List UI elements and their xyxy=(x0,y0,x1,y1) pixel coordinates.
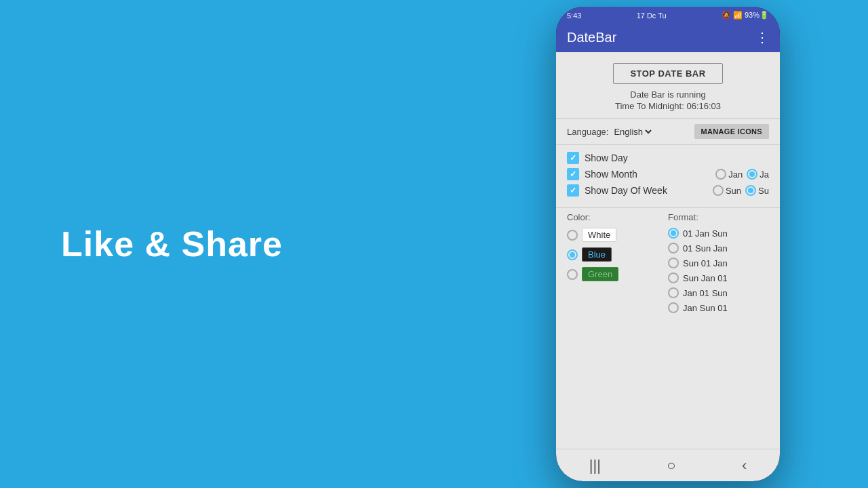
language-select[interactable]: English xyxy=(611,126,654,138)
stop-date-bar-button[interactable]: STOP DATE BAR xyxy=(613,63,722,84)
show-dow-checkbox[interactable] xyxy=(567,184,579,197)
midnight-countdown-text: Time To Midnight: 06:16:03 xyxy=(615,101,721,111)
show-day-label: Show Day xyxy=(585,152,628,163)
options-section: Show Day Show Month Jan Ja xyxy=(556,145,780,207)
show-day-checkbox[interactable] xyxy=(567,152,579,164)
dow-sun-radio[interactable] xyxy=(713,185,724,196)
more-options-icon[interactable]: ⋮ xyxy=(755,29,769,45)
month-format-options: Jan Ja xyxy=(715,169,769,180)
dow-su-option[interactable]: Su xyxy=(745,185,769,196)
format-f5-label: Jan 01 Sun xyxy=(683,288,728,298)
dow-su-label: Su xyxy=(758,186,769,196)
green-color-option[interactable]: Green xyxy=(567,267,668,281)
format-f3-radio[interactable] xyxy=(668,258,679,268)
status-time: 5:43 xyxy=(567,12,581,20)
month-jan-label: Jan xyxy=(728,169,743,180)
status-bar: 5:43 17 Dc Tu 🔕 📶 93%🔋 xyxy=(556,7,780,22)
format-f6-radio[interactable] xyxy=(668,302,679,313)
blue-radio[interactable] xyxy=(567,249,578,260)
app-bar: DateBar ⋮ xyxy=(556,22,780,52)
green-badge: Green xyxy=(582,267,618,281)
content-area: STOP DATE BAR Date Bar is running Time T… xyxy=(556,52,780,449)
white-radio[interactable] xyxy=(567,230,578,241)
stop-section: STOP DATE BAR Date Bar is running Time T… xyxy=(556,52,780,118)
format-f4-radio[interactable] xyxy=(668,272,679,283)
format-f4-label: Sun Jan 01 xyxy=(683,273,728,283)
dow-su-radio[interactable] xyxy=(745,185,756,196)
like-share-text: Like & Share xyxy=(61,224,283,264)
month-jan-radio[interactable] xyxy=(715,169,726,180)
format-sun-jan-01[interactable]: Sun Jan 01 xyxy=(668,272,769,283)
format-header: Format: xyxy=(668,212,769,222)
green-radio[interactable] xyxy=(567,269,578,280)
status-indicators: 17 Dc Tu xyxy=(637,12,667,20)
white-color-option[interactable]: White xyxy=(567,228,668,242)
blue-color-option[interactable]: Blue xyxy=(567,247,668,262)
format-jan-01-sun[interactable]: Jan 01 Sun xyxy=(668,287,769,298)
bottom-nav: ||| ○ ‹ xyxy=(556,449,780,481)
month-ja-option[interactable]: Ja xyxy=(747,169,769,180)
format-f1-radio[interactable] xyxy=(668,228,679,239)
language-row: Language: English MANAGE ICONS xyxy=(556,119,780,144)
white-badge: White xyxy=(582,228,616,242)
blue-badge: Blue xyxy=(582,247,612,262)
color-format-row: Color: White Blue Green Format: xyxy=(556,208,780,321)
back-icon[interactable]: ‹ xyxy=(742,457,747,474)
dow-sun-option[interactable]: Sun xyxy=(713,185,741,196)
format-f1-label: 01 Jan Sun xyxy=(683,228,728,239)
show-month-label: Show Month xyxy=(585,169,637,180)
show-month-row: Show Month Jan Ja xyxy=(567,168,769,180)
show-day-row: Show Day xyxy=(567,152,769,164)
manage-icons-button[interactable]: MANAGE ICONS xyxy=(694,124,769,139)
format-01-jan-sun[interactable]: 01 Jan Sun xyxy=(668,228,769,239)
show-dow-label: Show Day Of Week xyxy=(585,185,667,196)
month-ja-radio[interactable] xyxy=(747,169,757,180)
format-f2-label: 01 Sun Jan xyxy=(683,243,728,253)
app-title: DateBar xyxy=(567,30,616,45)
format-sun-01-jan[interactable]: Sun 01 Jan xyxy=(668,258,769,268)
dow-format-options: Sun Su xyxy=(713,185,769,196)
phone: 5:43 17 Dc Tu 🔕 📶 93%🔋 DateBar ⋮ STOP DA… xyxy=(556,7,780,481)
dow-sun-label: Sun xyxy=(726,186,741,196)
home-icon[interactable]: ○ xyxy=(667,457,675,474)
color-column: Color: White Blue Green xyxy=(567,212,668,317)
format-f3-label: Sun 01 Jan xyxy=(683,258,728,268)
format-jan-sun-01[interactable]: Jan Sun 01 xyxy=(668,302,769,313)
status-right-icons: 🔕 📶 93%🔋 xyxy=(722,11,769,20)
show-dow-row: Show Day Of Week Sun Su xyxy=(567,184,769,197)
recent-apps-icon[interactable]: ||| xyxy=(589,457,601,474)
format-f2-radio[interactable] xyxy=(668,243,679,253)
language-label: Language: xyxy=(567,127,608,137)
format-column: Format: 01 Jan Sun 01 Sun Jan Sun 01 Jan… xyxy=(668,212,769,317)
color-header: Color: xyxy=(567,212,668,222)
format-f6-label: Jan Sun 01 xyxy=(683,303,728,313)
show-month-checkbox[interactable] xyxy=(567,168,579,180)
format-01-sun-jan[interactable]: 01 Sun Jan xyxy=(668,243,769,253)
format-f5-radio[interactable] xyxy=(668,287,679,298)
month-jan-option[interactable]: Jan xyxy=(715,169,743,180)
month-ja-label: Ja xyxy=(760,169,769,180)
running-status-text: Date Bar is running xyxy=(630,89,705,100)
